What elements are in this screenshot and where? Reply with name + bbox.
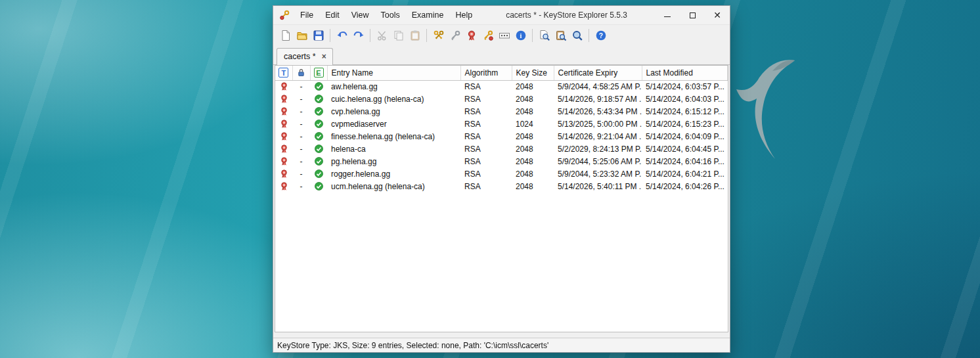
properties-info-icon: i [515, 30, 527, 41]
expiry-column-icon: E [314, 68, 324, 78]
menu-file[interactable]: File [294, 6, 319, 24]
trusted-certificate-icon [279, 131, 289, 141]
col-header-type[interactable]: T [275, 66, 292, 80]
redo-button[interactable] [350, 28, 367, 44]
certificate-expiry-cell: 5/2/2029, 8:24:13 PM P... [554, 143, 642, 155]
open-keystore-button[interactable] [294, 28, 310, 44]
key-size-cell: 2048 [512, 80, 554, 93]
trusted-certificate-icon [279, 81, 289, 91]
algorithm-cell: RSA [460, 80, 512, 93]
generate-secret-key-button[interactable] [447, 28, 463, 44]
import-trusted-certificate-button[interactable] [463, 28, 479, 44]
copy-icon [393, 30, 405, 41]
tab-close-icon[interactable]: × [322, 53, 326, 60]
last-modified-cell: 5/14/2024, 6:04:21 P... [642, 168, 728, 180]
titlebar: File Edit View Tools Examine Help cacert… [273, 6, 730, 24]
last-modified-cell: 5/14/2024, 6:15:23 P... [642, 118, 728, 130]
table-row[interactable]: - finesse.helena.gg (helena-ca) RSA 2048… [275, 130, 728, 143]
toolbar-separator [532, 29, 533, 42]
col-header-last-modified[interactable]: Last Modified [642, 66, 728, 80]
table-row[interactable]: - aw.helena.gg RSA 2048 5/9/2044, 4:58:2… [275, 80, 728, 93]
open-folder-icon [296, 30, 308, 41]
menu-examine[interactable]: Examine [406, 6, 450, 24]
undo-button[interactable] [334, 28, 350, 44]
new-keystore-button[interactable] [277, 28, 294, 44]
lock-status-cell: - [292, 168, 310, 180]
tab-cacerts[interactable]: cacerts * × [277, 48, 333, 65]
generate-key-pair-button[interactable] [430, 28, 447, 44]
close-button[interactable]: ✕ [705, 6, 730, 24]
col-header-lock[interactable] [292, 66, 310, 80]
examine-ssl-button[interactable] [569, 28, 585, 44]
examine-file-button[interactable] [536, 28, 552, 44]
copy-button[interactable] [390, 28, 407, 44]
col-header-certificate-expiry[interactable]: Certificate Expiry [554, 66, 642, 80]
generate-secret-key-icon [449, 30, 461, 41]
save-icon [313, 30, 324, 41]
col-header-expiry[interactable]: E [310, 66, 327, 80]
examine-clipboard-button[interactable] [552, 28, 569, 44]
maximize-button[interactable] [680, 6, 705, 24]
table-row[interactable]: - cvp.helena.gg RSA 2048 5/14/2026, 5:43… [275, 105, 728, 118]
import-key-pair-icon [482, 30, 494, 41]
help-icon: ? [595, 30, 607, 41]
col-header-algorithm[interactable]: Algorithm [460, 66, 512, 80]
algorithm-cell: RSA [460, 130, 512, 143]
keystore-table-body: - aw.helena.gg RSA 2048 5/9/2044, 4:58:2… [275, 80, 728, 192]
entry-name-cell: cvp.helena.gg [327, 105, 460, 118]
last-modified-cell: 5/14/2024, 6:04:03 P... [642, 93, 728, 105]
key-size-cell: 2048 [512, 143, 554, 155]
svg-text:i: i [520, 32, 522, 39]
minimize-button[interactable] [655, 6, 680, 24]
trusted-certificate-icon [279, 94, 289, 104]
col-header-key-size[interactable]: Key Size [512, 66, 554, 80]
table-row[interactable]: - pg.helena.gg RSA 2048 5/9/2044, 5:25:0… [275, 155, 728, 168]
entry-name-cell: aw.helena.gg [327, 80, 460, 93]
certificate-expiry-cell: 5/9/2044, 5:25:06 AM P... [554, 155, 642, 168]
toolbar-separator [330, 29, 330, 42]
table-row[interactable]: - rogger.helena.gg RSA 2048 5/9/2044, 5:… [275, 168, 728, 180]
properties-button[interactable]: i [512, 28, 529, 44]
menu-tools[interactable]: Tools [375, 6, 406, 24]
entry-name-cell: cvpmediaserver [327, 118, 460, 130]
set-password-button[interactable] [496, 28, 512, 44]
algorithm-cell: RSA [460, 93, 512, 105]
menu-edit[interactable]: Edit [319, 6, 345, 24]
trusted-certificate-icon [279, 181, 289, 191]
content-area: T E Entry Name Algorithm Key Size Certif… [273, 65, 730, 338]
table-row[interactable]: - ucm.helena.gg (helena-ca) RSA 2048 5/1… [275, 180, 728, 192]
examine-file-icon [539, 30, 550, 41]
trusted-certificate-icon [279, 106, 289, 116]
table-row[interactable]: - helena-ca RSA 2048 5/2/2029, 8:24:13 P… [275, 143, 728, 155]
valid-status-icon [314, 131, 324, 141]
algorithm-cell: RSA [460, 168, 512, 180]
paste-icon [409, 30, 421, 41]
keystore-table-panel: T E Entry Name Algorithm Key Size Certif… [275, 65, 728, 332]
last-modified-cell: 5/14/2024, 6:04:09 P... [642, 130, 728, 143]
set-password-icon [499, 30, 510, 41]
entry-name-cell: finesse.helena.gg (helena-ca) [327, 130, 460, 143]
toolbar-separator [370, 29, 370, 42]
paste-button[interactable] [407, 28, 423, 44]
save-keystore-button[interactable] [310, 28, 326, 44]
trusted-certificate-icon [279, 144, 289, 154]
entry-name-cell: helena-ca [327, 143, 460, 155]
certificate-expiry-cell: 5/9/2044, 5:23:32 AM P... [554, 168, 642, 180]
app-icon [278, 9, 290, 21]
algorithm-cell: RSA [460, 143, 512, 155]
menu-help[interactable]: Help [449, 6, 478, 24]
table-row[interactable]: - cvpmediaserver RSA 1024 5/13/2025, 5:0… [275, 118, 728, 130]
help-button[interactable]: ? [592, 28, 609, 44]
window-title: cacerts * - KeyStore Explorer 5.5.3 [478, 6, 655, 24]
valid-status-icon [314, 181, 324, 191]
col-header-entry-name[interactable]: Entry Name [327, 66, 460, 80]
import-key-pair-button[interactable] [479, 28, 496, 44]
lock-status-cell: - [292, 143, 310, 155]
lock-status-cell: - [292, 130, 310, 143]
import-trusted-certificate-icon [466, 30, 478, 41]
last-modified-cell: 5/14/2024, 6:04:45 P... [642, 143, 728, 155]
table-row[interactable]: - cuic.helena.gg (helena-ca) RSA 2048 5/… [275, 93, 728, 105]
menu-view[interactable]: View [345, 6, 375, 24]
redo-icon [353, 30, 365, 41]
cut-button[interactable] [374, 28, 390, 44]
